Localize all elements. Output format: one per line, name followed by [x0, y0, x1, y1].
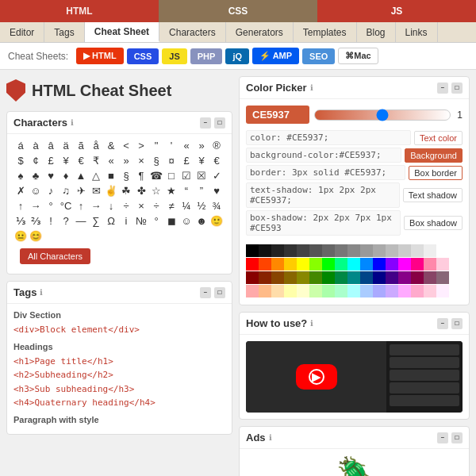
- char-item[interactable]: №: [134, 214, 148, 228]
- prop-label-box-border[interactable]: Box border: [409, 166, 463, 180]
- char-item[interactable]: ◼: [164, 214, 178, 228]
- char-item[interactable]: ♪: [44, 184, 58, 198]
- char-item[interactable]: £: [179, 154, 194, 168]
- palette-cell[interactable]: [246, 258, 259, 271]
- nav-css[interactable]: CSS: [159, 0, 317, 22]
- prop-label-text-shadow[interactable]: Text shadow: [403, 188, 463, 202]
- ads-expand-btn[interactable]: □: [451, 432, 463, 443]
- howto-minimize-btn[interactable]: −: [437, 318, 448, 329]
- char-item[interactable]: “: [179, 184, 194, 198]
- char-item[interactable]: △: [89, 169, 103, 183]
- char-item[interactable]: ♫: [59, 184, 73, 198]
- tags-info-icon[interactable]: ℹ: [40, 288, 43, 297]
- palette-cell[interactable]: [246, 285, 259, 298]
- char-item[interactable]: Ω: [104, 214, 118, 228]
- palette-cell[interactable]: [309, 285, 322, 298]
- char-item[interactable]: ☑: [179, 169, 194, 183]
- char-item[interactable]: ✈: [74, 184, 88, 198]
- btn-mac[interactable]: ⌘Mac: [338, 48, 378, 64]
- palette-cell[interactable]: [271, 244, 284, 257]
- howto-expand-btn[interactable]: □: [451, 318, 463, 329]
- palette-cell[interactable]: [335, 285, 347, 298]
- char-item[interactable]: ”: [194, 184, 209, 198]
- char-item[interactable]: ': [164, 139, 178, 153]
- char-item[interactable]: à: [29, 139, 43, 153]
- char-item[interactable]: $: [13, 154, 28, 168]
- char-item[interactable]: □: [164, 169, 178, 183]
- char-item[interactable]: ÷: [119, 199, 133, 213]
- expand-btn[interactable]: □: [214, 117, 225, 129]
- char-item[interactable]: ↑: [74, 199, 88, 213]
- palette-cell[interactable]: [424, 258, 436, 271]
- char-item[interactable]: ■: [104, 169, 118, 183]
- nav-links[interactable]: Links: [396, 22, 438, 42]
- palette-cell[interactable]: [398, 244, 411, 257]
- video-thumbnail[interactable]: HTML Cheat Sheet - H ▶: [246, 341, 463, 413]
- palette-cell[interactable]: [373, 285, 386, 298]
- palette-cell[interactable]: [373, 244, 386, 257]
- char-item[interactable]: →: [29, 199, 43, 213]
- char-item[interactable]: ?: [59, 214, 73, 228]
- char-item[interactable]: ♥: [209, 184, 224, 198]
- cp-expand-btn[interactable]: □: [451, 83, 463, 94]
- palette-cell[interactable]: [436, 285, 449, 298]
- info-icon[interactable]: ℹ: [71, 118, 74, 127]
- char-item[interactable]: ♥: [44, 169, 58, 183]
- char-item[interactable]: ★: [164, 184, 178, 198]
- char-item[interactable]: ♠: [13, 169, 28, 183]
- char-item[interactable]: ✤: [134, 184, 148, 198]
- char-item[interactable]: ✓: [209, 169, 224, 183]
- char-item[interactable]: ♦: [59, 169, 73, 183]
- nav-blog[interactable]: Blog: [357, 22, 396, 42]
- char-item[interactable]: «: [104, 154, 118, 168]
- palette-cell[interactable]: [284, 258, 297, 271]
- char-item[interactable]: ☘: [119, 184, 133, 198]
- char-item[interactable]: ⅔: [29, 214, 43, 228]
- palette-cell[interactable]: [373, 258, 386, 271]
- palette-cell[interactable]: [271, 271, 284, 284]
- palette-cell[interactable]: [360, 244, 373, 257]
- palette-cell[interactable]: [373, 271, 386, 284]
- char-item[interactable]: °C: [59, 199, 73, 213]
- palette-cell[interactable]: [386, 244, 398, 257]
- palette-cell[interactable]: [386, 258, 398, 271]
- nav-editor[interactable]: Editor: [0, 22, 44, 42]
- char-item[interactable]: ½: [194, 199, 209, 213]
- char-item[interactable]: 😊: [29, 229, 43, 244]
- all-chars-button[interactable]: All Characters: [20, 248, 90, 264]
- howto-info-icon[interactable]: ℹ: [310, 319, 313, 328]
- char-item[interactable]: §: [119, 169, 133, 183]
- palette-cell[interactable]: [347, 244, 360, 257]
- btn-seo[interactable]: SEO: [302, 48, 335, 64]
- char-item[interactable]: «: [179, 139, 194, 153]
- nav-characters[interactable]: Characters: [159, 22, 226, 42]
- char-item[interactable]: ã: [74, 139, 88, 153]
- btn-amp[interactable]: AMP: [252, 48, 299, 64]
- palette-cell[interactable]: [436, 271, 449, 284]
- char-item[interactable]: £: [44, 154, 58, 168]
- char-item[interactable]: ☆: [149, 184, 163, 198]
- char-item[interactable]: 😐: [13, 229, 28, 244]
- char-item[interactable]: ⅓: [13, 214, 28, 228]
- palette-cell[interactable]: [284, 244, 297, 257]
- char-item[interactable]: ¾: [209, 199, 224, 213]
- char-item[interactable]: ∑: [89, 214, 103, 228]
- char-item[interactable]: —: [74, 214, 88, 228]
- char-item[interactable]: ✉: [89, 184, 103, 198]
- palette-cell[interactable]: [335, 244, 347, 257]
- char-item[interactable]: ▲: [74, 169, 88, 183]
- char-item[interactable]: »: [119, 154, 133, 168]
- prop-label-text-color[interactable]: Text color: [414, 131, 463, 145]
- prop-label-background[interactable]: Background: [405, 148, 463, 163]
- palette-cell[interactable]: [284, 271, 297, 284]
- palette-cell[interactable]: [259, 271, 271, 284]
- palette-cell[interactable]: [398, 258, 411, 271]
- char-item[interactable]: ¥: [194, 154, 209, 168]
- char-item[interactable]: →: [89, 199, 103, 213]
- palette-cell[interactable]: [297, 244, 309, 257]
- color-slider[interactable]: [314, 109, 451, 121]
- palette-cell[interactable]: [360, 285, 373, 298]
- char-item[interactable]: ¥: [59, 154, 73, 168]
- btn-css[interactable]: CSS: [127, 48, 159, 64]
- palette-cell[interactable]: [297, 258, 309, 271]
